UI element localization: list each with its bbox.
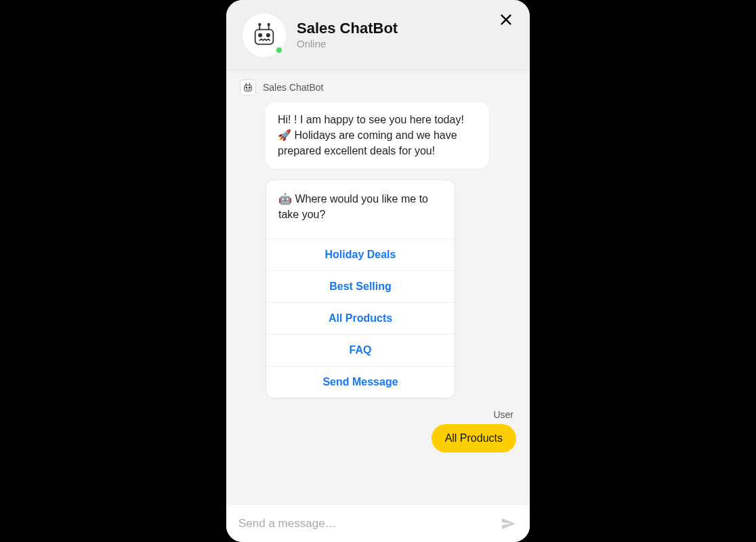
option-send-message[interactable]: Send Message [266,367,455,398]
option-faq[interactable]: FAQ [266,335,455,367]
bot-sender-name: Sales ChatBot [263,82,324,93]
svg-point-2 [267,34,270,37]
send-icon [500,516,516,532]
svg-rect-9 [245,85,252,91]
user-message: All Products [432,424,516,453]
presence-indicator [275,46,283,54]
messages-area[interactable]: Sales ChatBot Hi! ! I am happy to see yo… [226,70,530,504]
close-button[interactable] [499,12,515,28]
option-all-products[interactable]: All Products [266,303,455,335]
robot-icon [251,22,278,49]
close-icon [499,12,513,27]
send-button[interactable] [499,514,518,533]
user-message-block: User All Products [238,409,518,453]
option-holiday-deals[interactable]: Holiday Deals [266,239,455,271]
svg-point-4 [259,24,261,26]
chat-window: Sales ChatBot Online Sales Cha [226,0,530,542]
svg-point-10 [246,87,247,88]
chat-header: Sales ChatBot Online [226,0,530,70]
option-best-selling[interactable]: Best Selling [266,271,455,303]
bot-avatar [243,14,286,57]
robot-icon [243,82,253,93]
message-input[interactable] [238,517,499,530]
composer [226,504,530,542]
bot-options-prompt: 🤖 Where would you like me to take you? [266,180,455,239]
chat-title: Sales ChatBot [297,20,398,37]
svg-rect-0 [255,30,274,45]
bot-options-card: 🤖 Where would you like me to take you? H… [266,180,455,398]
header-text: Sales ChatBot Online [297,20,398,51]
bot-sender-row: Sales ChatBot [240,79,518,96]
bot-sender-avatar [240,79,256,96]
svg-point-11 [249,87,250,88]
user-sender-label: User [493,409,513,420]
bot-message-greeting: Hi! ! I am happy to see you here today! … [266,102,489,169]
chat-status: Online [297,37,398,51]
svg-point-1 [259,34,261,37]
svg-point-6 [268,24,270,26]
